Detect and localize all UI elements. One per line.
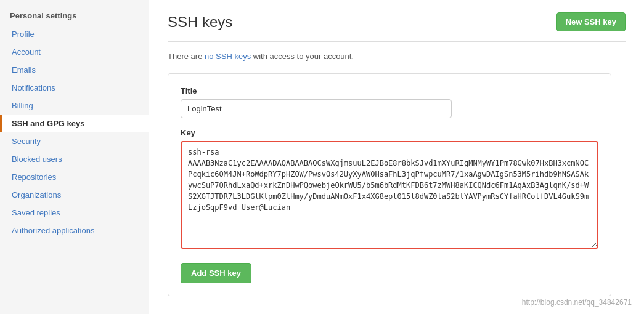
sidebar: Personal settings ProfileAccountEmailsNo… bbox=[0, 0, 149, 314]
sidebar-item-blocked-users[interactable]: Blocked users bbox=[0, 150, 149, 168]
ssh-key-form: Title Key ssh-rsa AAAAB3NzaC1yc2EAAAADAQ… bbox=[168, 73, 611, 296]
main-content: SSH keys New SSH key There are no SSH ke… bbox=[149, 0, 644, 308]
sidebar-title: Personal settings bbox=[0, 6, 149, 25]
key-textarea[interactable]: ssh-rsa AAAAB3NzaC1yc2EAAAADAQABAABAQCsW… bbox=[181, 141, 598, 249]
sidebar-item-repositories[interactable]: Repositories bbox=[0, 168, 149, 186]
sidebar-item-saved-replies[interactable]: Saved replies bbox=[0, 204, 149, 222]
main-header: SSH keys New SSH key bbox=[168, 12, 626, 31]
sidebar-item-notifications[interactable]: Notifications bbox=[0, 79, 149, 97]
key-form-group: Key ssh-rsa AAAAB3NzaC1yc2EAAAADAQABAABA… bbox=[181, 128, 598, 251]
watermark: http://blog.csdn.net/qq_34842671 bbox=[522, 298, 632, 307]
sidebar-item-profile[interactable]: Profile bbox=[0, 25, 149, 43]
sidebar-item-ssh-gpg-keys[interactable]: SSH and GPG keys bbox=[0, 115, 149, 132]
title-input[interactable] bbox=[181, 99, 452, 118]
sidebar-item-emails[interactable]: Emails bbox=[0, 61, 149, 79]
info-message: There are no SSH keys with access to you… bbox=[168, 52, 626, 61]
info-suffix: with access to your account. bbox=[251, 52, 354, 61]
info-prefix: There are bbox=[168, 52, 205, 61]
new-ssh-key-button[interactable]: New SSH key bbox=[556, 12, 626, 31]
header-divider bbox=[168, 41, 626, 42]
title-label: Title bbox=[181, 86, 598, 95]
sidebar-item-organizations[interactable]: Organizations bbox=[0, 186, 149, 204]
page-title: SSH keys bbox=[168, 14, 232, 31]
no-ssh-keys-link[interactable]: no SSH keys bbox=[205, 52, 251, 61]
sidebar-item-authorized-applications[interactable]: Authorized applications bbox=[0, 222, 149, 240]
sidebar-item-security[interactable]: Security bbox=[0, 132, 149, 150]
sidebar-item-billing[interactable]: Billing bbox=[0, 97, 149, 115]
key-label: Key bbox=[181, 128, 598, 137]
add-ssh-key-button[interactable]: Add SSH key bbox=[181, 263, 251, 283]
sidebar-item-account[interactable]: Account bbox=[0, 43, 149, 61]
title-form-group: Title bbox=[181, 86, 598, 118]
